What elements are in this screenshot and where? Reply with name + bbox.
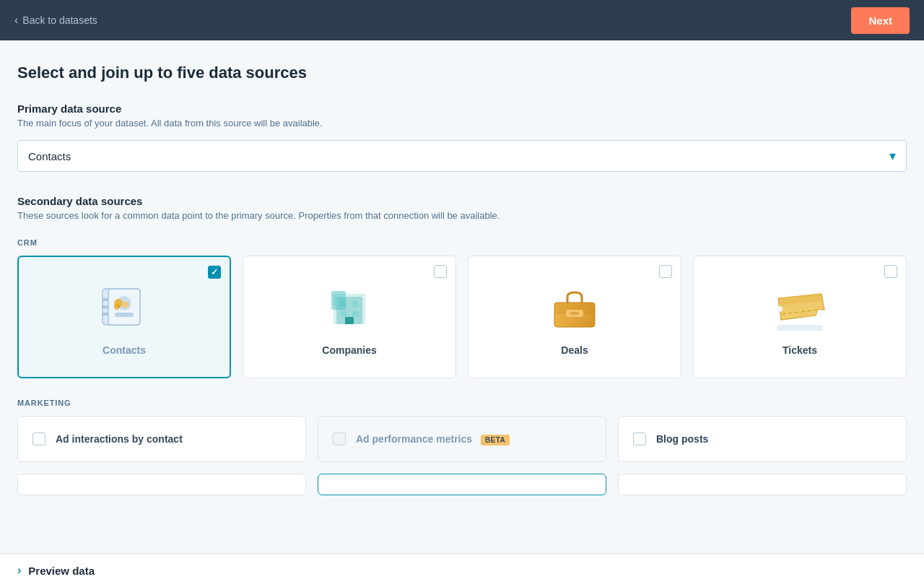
contacts-card-label: Contacts [103,344,146,356]
contacts-checkbox [208,266,221,279]
companies-checkbox [434,265,447,278]
back-chevron-icon: ‹ [14,14,18,26]
svg-rect-24 [570,312,579,315]
contacts-icon [95,278,153,336]
svg-point-27 [777,306,783,312]
partial-card-3 [618,474,907,495]
ad-interactions-label: Ad interactions by contact [56,433,183,445]
blog-posts-checkbox [633,432,646,445]
secondary-source-desc: These sources look for a common data poi… [17,210,907,221]
partial-marketing-row [17,474,907,495]
tickets-card-label: Tickets [783,344,817,356]
main-content: Select and join up to five data sources … [0,40,924,553]
svg-rect-17 [331,291,346,310]
svg-rect-25 [777,325,823,331]
ad-performance-checkbox [333,432,346,445]
back-label: Back to datasets [22,14,97,26]
topnav: ‹ Back to datasets Next [0,0,924,40]
back-to-datasets-link[interactable]: ‹ Back to datasets [14,14,97,26]
partial-card-2 [318,474,606,495]
marketing-cards-grid: Ad interactions by contact Ad performanc… [17,416,907,462]
ad-performance-label: Ad performance metrics BETA [356,433,510,445]
deals-checkbox [659,265,672,278]
tickets-checkbox [884,265,897,278]
svg-rect-15 [352,311,358,317]
svg-rect-5 [103,305,108,308]
crm-card-contacts[interactable]: Contacts [17,256,231,378]
companies-card-label: Companies [322,344,376,356]
companies-icon [321,278,378,336]
svg-point-28 [817,310,823,316]
marketing-card-ad-performance: Ad performance metrics BETA [318,416,606,462]
marketing-category-label: MARKETING [17,399,907,407]
primary-source-label: Primary data source [17,103,907,115]
marketing-card-ad-interactions[interactable]: Ad interactions by contact [17,416,306,462]
primary-source-desc: The main focus of your dataset. All data… [17,118,907,129]
secondary-source-section: Secondary data sources These sources loo… [17,195,907,495]
next-button[interactable]: Next [851,7,910,34]
blog-posts-label: Blog posts [656,433,708,445]
crm-card-companies[interactable]: Companies [243,256,456,378]
crm-card-deals[interactable]: Deals [468,256,681,378]
ad-interactions-checkbox [32,432,45,445]
svg-rect-13 [352,301,358,307]
deals-icon [546,278,603,336]
svg-rect-6 [103,313,108,316]
dropdown-value: Contacts [28,150,71,162]
deals-card-label: Deals [561,344,588,356]
beta-badge: BETA [481,435,510,445]
svg-point-8 [122,301,129,308]
crm-card-tickets[interactable]: Tickets [693,256,907,378]
primary-source-dropdown[interactable]: Contacts ▾ [17,140,907,172]
svg-rect-16 [345,317,354,324]
svg-rect-18 [334,295,338,299]
marketing-card-blog-posts[interactable]: Blog posts [618,416,907,462]
partial-card-1 [17,474,306,495]
tickets-icon [771,278,829,336]
page-title: Select and join up to five data sources [17,64,907,82]
dropdown-arrow-icon: ▾ [889,148,896,164]
crm-cards-grid: Contacts [17,256,907,378]
svg-rect-4 [103,298,108,301]
secondary-source-label: Secondary data sources [17,195,907,207]
crm-category-label: CRM [17,238,907,247]
svg-rect-14 [341,311,346,317]
svg-point-9 [114,304,120,310]
primary-source-section: Primary data source The main focus of yo… [17,103,907,172]
svg-rect-3 [115,313,134,317]
svg-rect-19 [334,301,338,305]
